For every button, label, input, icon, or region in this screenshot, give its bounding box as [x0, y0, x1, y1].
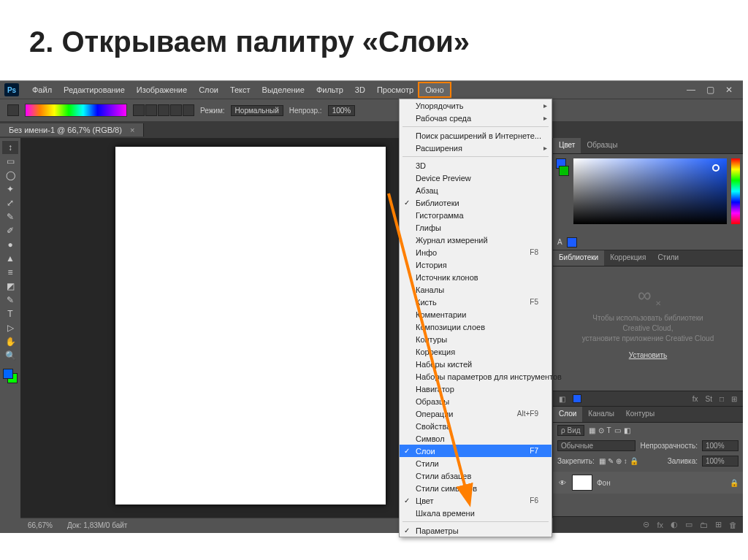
menu-слои[interactable]: Слои	[193, 83, 224, 96]
tool-5[interactable]: ✎	[2, 210, 18, 223]
menu-просмотр[interactable]: Просмотр	[371, 83, 419, 96]
window-menu-dropdown[interactable]: УпорядочитьРабочая средаПоиск расширений…	[399, 99, 552, 537]
menu-item-свойства[interactable]: Свойства	[400, 420, 552, 432]
menu-item-композиции-слоев[interactable]: Композиции слоев	[400, 321, 552, 333]
tab-paths[interactable]: Контуры	[620, 407, 660, 422]
tool-10[interactable]: ◩	[2, 280, 18, 293]
menu-item-наборы-параметров-для-инструментов[interactable]: Наборы параметров для инструментов	[400, 370, 552, 383]
tab-channels[interactable]: Каналы	[582, 407, 620, 422]
gradient-angle-icon[interactable]	[158, 104, 169, 116]
strip-icon-4[interactable]: □	[720, 395, 724, 403]
tool-preset-button[interactable]	[7, 104, 19, 116]
strip-icon-2[interactable]: fx	[692, 395, 698, 403]
lock-btn-1[interactable]: ✎	[608, 457, 614, 465]
menu-item-коррекция[interactable]: Коррекция	[400, 345, 552, 358]
menu-фильтр[interactable]: Фильтр	[310, 83, 349, 96]
layer-action-5[interactable]: ⊞	[715, 520, 722, 529]
lock-btn-4[interactable]: 🔒	[630, 457, 638, 465]
menu-item-стили[interactable]: Стили	[400, 457, 552, 469]
lock-btn-0[interactable]: ▦	[599, 457, 606, 465]
menu-item-слои[interactable]: ✓СлоиF7	[400, 445, 552, 457]
menu-3d[interactable]: 3D	[349, 83, 371, 96]
tool-6[interactable]: ✐	[2, 224, 18, 237]
menu-item-расширения[interactable]: Расширения	[400, 142, 552, 154]
document-tab[interactable]: Без имени-1 @ 66,7% (RGB/8) ×	[0, 123, 144, 137]
strip-icon-5[interactable]: ⊞	[731, 395, 737, 403]
menu-файл[interactable]: Файл	[26, 83, 58, 96]
gradient-preview[interactable]	[25, 104, 127, 117]
layer-filter-kind[interactable]: ρ Вид	[557, 425, 584, 436]
close-button[interactable]: ✕	[724, 85, 734, 95]
menu-item-стили-символов[interactable]: Стили символов	[400, 482, 552, 494]
tool-0[interactable]: ↕	[2, 141, 18, 154]
tab-libraries[interactable]: Библиотеки	[553, 250, 604, 266]
close-tab-icon[interactable]: ×	[130, 126, 134, 134]
layer-action-1[interactable]: fx	[657, 521, 663, 529]
canvas[interactable]	[115, 147, 386, 505]
menu-item-каналы[interactable]: Каналы	[400, 283, 552, 296]
menu-редактирование[interactable]: Редактирование	[58, 83, 131, 96]
tab-styles[interactable]: Стили	[652, 250, 684, 266]
menu-item-упорядочить[interactable]: Упорядочить	[400, 99, 552, 112]
menu-item-навигатор[interactable]: Навигатор	[400, 383, 552, 395]
menu-item-абзац[interactable]: Абзац	[400, 184, 552, 196]
install-link[interactable]: Установить	[629, 351, 668, 359]
tool-11[interactable]: ✎	[2, 294, 18, 307]
layer-blend-select[interactable]: Обычные	[557, 440, 636, 451]
strip-icon-3[interactable]: St	[706, 395, 712, 403]
color-field[interactable]	[573, 158, 727, 224]
layer-action-6[interactable]: 🗑	[729, 521, 737, 529]
menu-item-контуры[interactable]: Контуры	[400, 333, 552, 345]
menu-item-журнал-измерений[interactable]: Журнал измерений	[400, 234, 552, 246]
menu-item-3d[interactable]: 3D	[400, 159, 552, 172]
menu-окно[interactable]: Окно	[419, 83, 450, 96]
opacity-field[interactable]: 100%	[328, 105, 356, 116]
tool-12[interactable]: T	[2, 307, 18, 321]
lock-btn-3[interactable]: ↕	[624, 457, 627, 465]
menu-текст[interactable]: Текст	[224, 83, 256, 96]
tab-color[interactable]: Цвет	[553, 138, 581, 153]
tab-adjustments[interactable]: Коррекция	[604, 250, 652, 266]
menu-item-параметры[interactable]: ✓Параметры	[400, 524, 552, 537]
filter-icon-4[interactable]: ◧	[624, 426, 630, 434]
menu-item-история[interactable]: История	[400, 258, 552, 271]
layer-action-3[interactable]: ▭	[685, 520, 692, 529]
menu-item-библиотеки[interactable]: ✓Библиотеки	[400, 196, 552, 209]
color-swatches[interactable]	[1, 367, 19, 385]
tool-4[interactable]: ⤢	[2, 196, 18, 210]
layer-action-0[interactable]: ⊝	[643, 520, 649, 529]
gradient-linear-icon[interactable]	[133, 104, 145, 116]
fill-field[interactable]: 100%	[702, 456, 739, 467]
layer-item[interactable]: 👁 Фон 🔒	[553, 472, 743, 494]
menu-item-шкала-времени[interactable]: Шкала времени	[400, 507, 552, 519]
gradient-radial-icon[interactable]	[145, 104, 157, 116]
strip-icon-1[interactable]	[573, 394, 581, 403]
menu-изображение[interactable]: Изображение	[131, 83, 193, 96]
blend-mode-select[interactable]: Нормальный	[231, 105, 283, 116]
menu-item-символ[interactable]: Символ	[400, 432, 552, 445]
filter-icon-2[interactable]: T	[607, 426, 611, 434]
tool-14[interactable]: ✋	[2, 335, 18, 348]
tool-15[interactable]: 🔍	[2, 349, 18, 362]
tool-13[interactable]: ▷	[2, 321, 18, 334]
menu-item-стили-абзацев[interactable]: Стили абзацев	[400, 469, 552, 482]
menu-item-поиск-расширений-в-интернете...[interactable]: Поиск расширений в Интернете...	[400, 129, 552, 142]
filter-icon-0[interactable]: ▦	[589, 426, 595, 434]
menu-item-кисть[interactable]: КистьF5	[400, 296, 552, 308]
tool-8[interactable]: ▲	[2, 252, 18, 265]
hue-slider[interactable]	[731, 158, 740, 224]
layer-action-4[interactable]: 🗀	[700, 521, 708, 529]
strip-icon-0[interactable]: ◧	[559, 395, 565, 403]
filter-icon-1[interactable]: ⊙	[598, 426, 604, 434]
tool-9[interactable]: ≡	[2, 266, 18, 279]
menu-item-наборы-кистей[interactable]: Наборы кистей	[400, 358, 552, 370]
tool-7[interactable]: ●	[2, 238, 18, 251]
zoom-level[interactable]: 66,67%	[28, 521, 53, 529]
gradient-diamond-icon[interactable]	[183, 104, 194, 116]
menu-item-источник-клонов[interactable]: Источник клонов	[400, 271, 552, 283]
maximize-button[interactable]: ▢	[705, 85, 715, 95]
layer-opacity-field[interactable]: 100%	[702, 440, 739, 451]
menu-item-цвет[interactable]: ✓ЦветF6	[400, 494, 552, 507]
gradient-reflected-icon[interactable]	[170, 104, 182, 116]
tab-swatches[interactable]: Образцы	[581, 138, 623, 153]
